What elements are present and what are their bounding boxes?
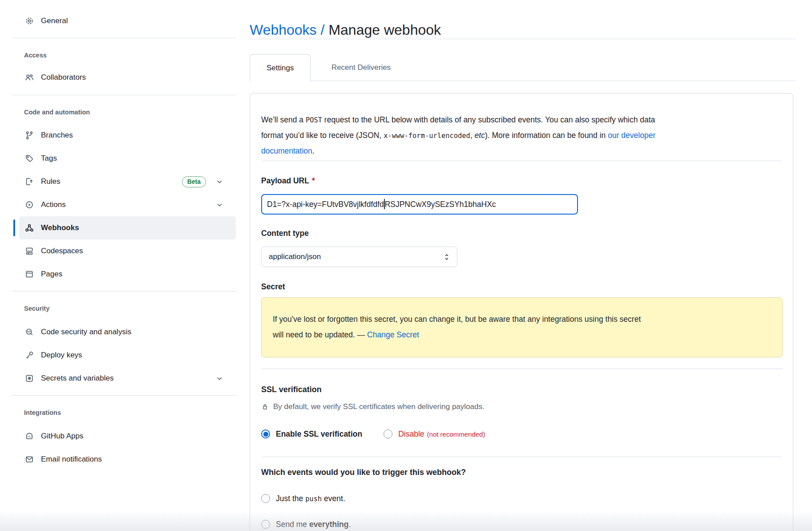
sidebar-item-label: Webhooks — [41, 223, 79, 232]
payload-url-input[interactable]: D1=?x-api-key=FUtvBV8vjlkfdfdfdRSJPNCwX9… — [261, 194, 578, 215]
sidebar-section-integrations: Integrations — [0, 408, 236, 417]
sidebar-item-collaborators[interactable]: Collaborators — [0, 66, 236, 89]
settings-sidebar: General Access Collaborators Code and au… — [0, 0, 236, 531]
breadcrumb-webhooks-link[interactable]: Webhooks / — [250, 22, 324, 38]
disable-ssl-note: (not recommended) — [427, 430, 485, 438]
event-option-everything: Send me everything. — [261, 518, 351, 531]
section-divider — [261, 457, 783, 457]
intro-text: We’ll send a POST request to the URL bel… — [261, 112, 784, 158]
tab-settings[interactable]: Settings — [250, 54, 311, 81]
content-type-label: Content type — [261, 228, 309, 239]
developer-docs-link[interactable]: documentation — [261, 146, 312, 155]
sidebar-divider — [12, 395, 236, 396]
title-divider — [250, 39, 796, 39]
ssl-note: By default, we verify SSL certificates w… — [261, 402, 485, 411]
sidebar-item-label: Tags — [41, 154, 57, 163]
developer-docs-link[interactable]: our developer — [608, 131, 655, 140]
page-title-current: Manage webhook — [328, 22, 441, 38]
sidebar-section-security: Security — [0, 304, 236, 313]
sidebar-item-general[interactable]: General — [0, 9, 236, 32]
sidebar-item-label: Pages — [41, 270, 62, 279]
enable-ssl-label[interactable]: Enable SSL verification — [276, 430, 362, 439]
secret-label: Secret — [261, 281, 285, 292]
everything-label[interactable]: Send me everything. — [276, 520, 351, 529]
sidebar-item-label: Deploy keys — [41, 351, 82, 360]
section-divider — [261, 369, 783, 369]
chevron-down-icon — [216, 375, 223, 382]
sidebar-item-label: Email notifications — [41, 455, 102, 464]
main-content: Webhooks /Manage webhook Settings Recent… — [250, 0, 796, 531]
payload-url-label: Payload URL* — [261, 175, 315, 186]
git-branch-icon — [24, 130, 34, 140]
sidebar-item-code-security[interactable]: Code security and analysis — [0, 320, 236, 344]
change-secret-link[interactable]: Change Secret — [367, 330, 419, 339]
sidebar-item-label: Collaborators — [41, 73, 86, 82]
mail-icon — [24, 454, 34, 464]
push-event-label[interactable]: Just the push event. — [276, 494, 345, 503]
play-circle-icon — [24, 200, 34, 210]
disable-ssl-radio[interactable] — [384, 430, 392, 438]
event-option-push: Just the push event. — [261, 492, 345, 505]
page-title: Webhooks /Manage webhook — [250, 20, 441, 40]
selected-indicator — [13, 219, 15, 236]
sidebar-item-label: Codespaces — [41, 247, 83, 255]
events-question: Which events would you like to trigger t… — [261, 466, 466, 478]
sidebar-item-label: GitHub Apps — [41, 432, 83, 441]
tab-bar: Settings Recent Deliveries — [250, 54, 796, 81]
sidebar-item-branches[interactable]: Branches — [0, 124, 236, 147]
browser-icon — [24, 269, 34, 279]
required-asterisk: * — [312, 176, 315, 185]
secret-warning-box: If you've lost or forgotten this secret,… — [261, 297, 783, 357]
beta-badge: Beta — [182, 176, 206, 187]
tag-icon — [24, 154, 34, 163]
push-event-radio[interactable] — [261, 494, 270, 503]
sidebar-item-rules[interactable]: Rules Beta — [0, 170, 236, 193]
sidebar-item-label: Rules — [41, 177, 60, 186]
key-icon — [24, 350, 34, 360]
sidebar-section-code-automation: Code and automation — [0, 108, 236, 117]
asterisk-box-icon — [24, 373, 34, 383]
hubot-icon — [24, 431, 34, 441]
sidebar-item-actions[interactable]: Actions — [0, 193, 236, 216]
rules-icon — [24, 177, 34, 186]
chevron-down-icon — [216, 178, 223, 186]
content-type-select[interactable]: application/json — [261, 247, 457, 267]
ssl-verification-heading: SSL verification — [261, 384, 322, 395]
gear-icon — [24, 16, 34, 26]
lock-icon — [261, 402, 269, 411]
codespaces-icon — [24, 246, 34, 256]
sidebar-item-label: Code security and analysis — [41, 328, 131, 336]
sidebar-item-tags[interactable]: Tags — [0, 147, 236, 170]
disable-ssl-label[interactable]: Disable — [398, 430, 424, 439]
webhook-settings-panel: We’ll send a POST request to the URL bel… — [250, 93, 793, 531]
codescan-icon — [24, 327, 34, 337]
sidebar-item-label: Branches — [41, 131, 73, 140]
sidebar-divider — [12, 95, 236, 95]
sidebar-section-access: Access — [0, 51, 236, 60]
ssl-radio-group: Enable SSL verification Disable (not rec… — [261, 427, 485, 441]
select-arrows-icon — [444, 253, 450, 261]
sidebar-item-github-apps[interactable]: GitHub Apps — [0, 425, 236, 448]
sidebar-item-email-notifications[interactable]: Email notifications — [0, 448, 236, 471]
sidebar-item-secrets-variables[interactable]: Secrets and variables — [0, 367, 236, 390]
webhook-icon — [24, 223, 34, 233]
section-divider — [261, 161, 783, 161]
sidebar-divider — [12, 38, 236, 38]
enable-ssl-radio[interactable] — [261, 430, 270, 438]
sidebar-item-label: Actions — [41, 200, 66, 209]
sidebar-item-deploy-keys[interactable]: Deploy keys — [0, 344, 236, 367]
sidebar-item-label: Secrets and variables — [41, 374, 113, 383]
sidebar-divider — [12, 291, 236, 292]
sidebar-item-codespaces[interactable]: Codespaces — [0, 239, 236, 263]
people-icon — [24, 73, 34, 82]
everything-radio[interactable] — [261, 520, 270, 529]
chevron-down-icon — [216, 201, 223, 209]
sidebar-item-label: General — [41, 16, 68, 25]
tab-recent-deliveries[interactable]: Recent Deliveries — [313, 54, 409, 81]
sidebar-item-pages[interactable]: Pages — [0, 263, 236, 286]
sidebar-item-webhooks[interactable]: Webhooks — [19, 216, 236, 239]
